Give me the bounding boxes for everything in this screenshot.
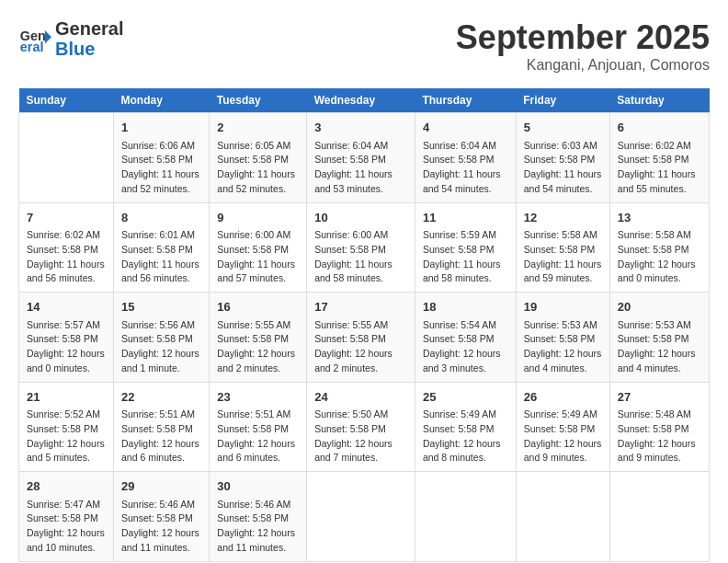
sunrise-text: Sunrise: 5:51 AM [217,408,299,422]
sunset-text: Sunset: 5:58 PM [314,153,407,167]
sunset-text: Sunset: 5:58 PM [121,511,201,526]
day-number: 12 [524,209,602,227]
sunset-text: Sunset: 5:58 PM [121,153,201,167]
calendar-cell: 7Sunrise: 6:02 AMSunset: 5:58 PMDaylight… [19,202,114,293]
sunrise-text: Sunrise: 6:03 AM [524,139,602,154]
daylight-text: Daylight: 12 hours and 4 minutes. [524,347,602,376]
sunset-text: Sunset: 5:58 PM [524,422,602,437]
calendar-cell: 14Sunrise: 5:57 AMSunset: 5:58 PMDayligh… [19,293,114,383]
sunrise-text: Sunrise: 5:58 AM [618,228,701,243]
daylight-text: Daylight: 12 hours and 7 minutes. [314,437,407,466]
sunset-text: Sunset: 5:58 PM [27,422,106,437]
day-number: 10 [314,209,407,227]
day-number: 17 [314,298,407,316]
calendar-cell: 18Sunrise: 5:54 AMSunset: 5:58 PMDayligh… [415,293,516,383]
day-number: 4 [423,119,508,137]
title-block: September 2025 Kangani, Anjouan, Comoros [456,18,710,74]
day-number: 1 [121,119,201,137]
day-number: 3 [314,119,407,137]
sunrise-text: Sunrise: 6:05 AM [217,139,299,154]
daylight-text: Daylight: 11 hours and 53 minutes. [314,167,407,197]
sunset-text: Sunset: 5:58 PM [423,422,508,437]
day-number: 19 [524,298,602,316]
sunrise-text: Sunrise: 6:00 AM [217,228,299,243]
sunset-text: Sunset: 5:58 PM [423,332,508,347]
sunrise-text: Sunrise: 6:02 AM [27,228,106,243]
calendar-cell: 4Sunrise: 6:04 AMSunset: 5:58 PMDaylight… [415,113,516,203]
daylight-text: Daylight: 12 hours and 1 minute. [121,347,201,376]
logo-icon: Gen eral [18,22,51,55]
calendar-cell: 8Sunrise: 6:01 AMSunset: 5:58 PMDaylight… [114,202,210,293]
sunrise-text: Sunrise: 5:55 AM [217,318,299,333]
calendar-cell: 28Sunrise: 5:47 AMSunset: 5:58 PMDayligh… [19,472,114,562]
sunset-text: Sunset: 5:58 PM [618,243,701,258]
day-number: 25 [423,388,508,407]
calendar-cell: 24Sunrise: 5:50 AMSunset: 5:58 PMDayligh… [307,382,415,472]
daylight-text: Daylight: 12 hours and 0 minutes. [27,347,106,376]
day-number: 22 [121,388,201,407]
calendar-cell: 19Sunrise: 5:53 AMSunset: 5:58 PMDayligh… [516,293,609,383]
sunrise-text: Sunrise: 6:06 AM [121,139,201,154]
logo-line1: General [55,18,123,39]
daylight-text: Daylight: 11 hours and 55 minutes. [618,167,701,197]
sunset-text: Sunset: 5:58 PM [524,332,602,347]
calendar-cell: 25Sunrise: 5:49 AMSunset: 5:58 PMDayligh… [415,382,516,472]
svg-marker-2 [45,30,51,43]
sunset-text: Sunset: 5:58 PM [27,243,106,258]
calendar-cell: 6Sunrise: 6:02 AMSunset: 5:58 PMDaylight… [609,113,709,203]
location: Kangani, Anjouan, Comoros [456,57,710,74]
day-number: 29 [121,477,201,496]
day-number: 2 [217,119,299,137]
weekday-header: Tuesday [210,88,307,113]
weekday-header: Sunday [19,88,114,113]
day-number: 8 [121,209,201,227]
calendar-cell: 1Sunrise: 6:06 AMSunset: 5:58 PMDaylight… [114,113,210,203]
day-number: 5 [524,119,602,137]
sunset-text: Sunset: 5:58 PM [121,422,201,437]
weekday-header: Monday [114,88,210,113]
sunset-text: Sunset: 5:58 PM [121,243,201,258]
sunrise-text: Sunrise: 6:02 AM [618,139,701,154]
day-number: 24 [314,388,407,407]
sunset-text: Sunset: 5:58 PM [121,332,201,347]
calendar-cell: 11Sunrise: 5:59 AMSunset: 5:58 PMDayligh… [415,202,516,293]
calendar-cell [19,113,114,203]
calendar-week-row: 28Sunrise: 5:47 AMSunset: 5:58 PMDayligh… [19,472,710,562]
calendar-table: SundayMondayTuesdayWednesdayThursdayFrid… [18,88,710,562]
day-number: 21 [27,388,106,407]
calendar-cell: 16Sunrise: 5:55 AMSunset: 5:58 PMDayligh… [210,293,307,383]
calendar-cell: 15Sunrise: 5:56 AMSunset: 5:58 PMDayligh… [114,293,210,383]
day-number: 28 [27,477,106,496]
daylight-text: Daylight: 11 hours and 57 minutes. [217,258,299,287]
daylight-text: Daylight: 11 hours and 54 minutes. [423,167,508,197]
daylight-text: Daylight: 12 hours and 10 minutes. [27,526,106,556]
sunset-text: Sunset: 5:58 PM [618,422,701,437]
calendar-cell: 30Sunrise: 5:46 AMSunset: 5:58 PMDayligh… [210,472,307,562]
day-number: 15 [121,298,201,316]
sunset-text: Sunset: 5:58 PM [618,153,701,167]
sunset-text: Sunset: 5:58 PM [314,422,407,437]
calendar-cell: 22Sunrise: 5:51 AMSunset: 5:58 PMDayligh… [114,382,210,472]
logo: Gen eral General Blue [18,18,123,59]
sunset-text: Sunset: 5:58 PM [314,243,407,258]
daylight-text: Daylight: 12 hours and 0 minutes. [618,258,701,287]
sunset-text: Sunset: 5:58 PM [217,153,299,167]
sunset-text: Sunset: 5:58 PM [524,153,602,167]
daylight-text: Daylight: 12 hours and 11 minutes. [217,526,299,556]
calendar-header-row: SundayMondayTuesdayWednesdayThursdayFrid… [19,88,710,113]
day-number: 11 [423,209,508,227]
calendar-cell [415,472,516,562]
svg-text:eral: eral [20,40,44,54]
sunrise-text: Sunrise: 5:59 AM [423,228,508,243]
calendar-week-row: 7Sunrise: 6:02 AMSunset: 5:58 PMDaylight… [19,202,710,293]
calendar-cell [307,472,415,562]
page-header: Gen eral General Blue September 2025 Kan… [18,18,710,74]
weekday-header: Friday [516,88,609,113]
calendar-week-row: 21Sunrise: 5:52 AMSunset: 5:58 PMDayligh… [19,382,710,472]
logo-line2: Blue [55,39,123,59]
calendar-cell: 29Sunrise: 5:46 AMSunset: 5:58 PMDayligh… [114,472,210,562]
sunrise-text: Sunrise: 5:50 AM [314,408,407,422]
sunset-text: Sunset: 5:58 PM [524,243,602,258]
sunrise-text: Sunrise: 5:54 AM [423,318,508,333]
day-number: 14 [27,298,106,316]
